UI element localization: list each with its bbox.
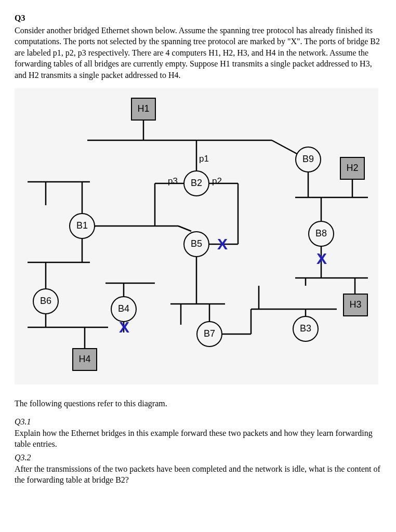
host-h2: H2: [340, 157, 365, 180]
host-h3: H3: [343, 294, 368, 316]
port-label-p3: p3: [168, 176, 178, 188]
host-h4: H4: [72, 348, 97, 371]
followup-text: The following questions refer to this di…: [15, 398, 381, 409]
intro-paragraph: Consider another bridged Ethernet shown …: [15, 25, 381, 81]
blocked-port-b5: X: [217, 233, 228, 255]
question-heading: Q3: [15, 12, 381, 24]
bridge-b3: B3: [293, 316, 319, 342]
bridge-b8: B8: [308, 221, 334, 247]
q32-text: After the transmissions of the two packe…: [15, 463, 381, 486]
network-diagram: H1 H2 H3 H4 B1 B2 B3 B4 B5 B6 B7 B8 B9 p…: [15, 88, 378, 384]
bridge-b2: B2: [183, 170, 209, 196]
blocked-port-b8: X: [316, 248, 327, 269]
svg-line-13: [178, 226, 191, 231]
bridge-b1: B1: [69, 213, 95, 239]
port-label-p2: p2: [212, 176, 222, 188]
q31-title: Q3.1: [15, 416, 381, 428]
q31-text: Explain how the Ethernet bridges in this…: [15, 428, 381, 450]
bridge-b7: B7: [196, 321, 222, 347]
q32-title: Q3.2: [15, 452, 381, 463]
bridge-b6: B6: [33, 288, 59, 314]
bridge-b9: B9: [295, 147, 321, 172]
blocked-port-b4: X: [119, 316, 129, 338]
bridge-b5: B5: [183, 231, 209, 257]
port-label-p1: p1: [199, 153, 209, 165]
host-h1: H1: [131, 98, 156, 121]
